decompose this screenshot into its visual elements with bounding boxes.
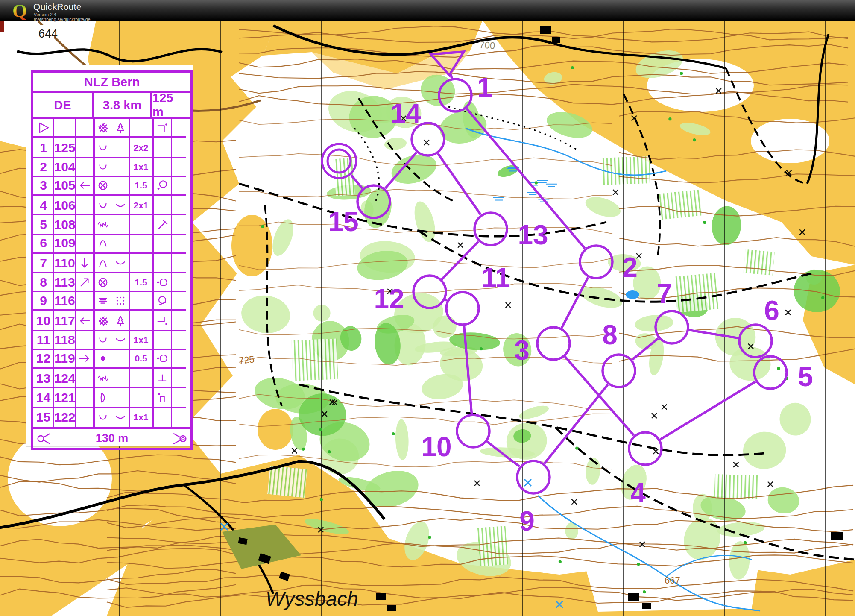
control-code: 108 — [54, 215, 76, 235]
dimensions-cell — [130, 292, 152, 311]
control-code: 110 — [54, 254, 76, 273]
control-label-9: 9 — [519, 506, 535, 537]
control-number: 13 — [33, 369, 54, 388]
depression-icon — [97, 334, 109, 346]
which-of-cell — [76, 369, 94, 388]
map-label-wyssbach: Wyssbach — [266, 587, 358, 610]
appearance-cell — [111, 292, 130, 311]
gully-icon — [97, 372, 109, 385]
finish-funnel-right-icon — [173, 431, 187, 446]
shallow-icon — [114, 257, 127, 270]
depression-icon — [97, 199, 109, 212]
control-number: 15 — [33, 408, 54, 427]
feature-cell — [93, 119, 112, 138]
which-of-cell — [76, 138, 94, 158]
arrow-right-icon — [78, 352, 91, 365]
appearance-cell — [111, 215, 130, 235]
conifer-tree-icon — [114, 314, 127, 327]
dimensions-cell: 1x1 — [130, 408, 152, 427]
start-triangle-icon — [37, 121, 50, 135]
appearance-cell — [111, 254, 130, 273]
control-code: 118 — [54, 331, 76, 350]
spur-icon — [97, 391, 109, 404]
control-row-10: 10117 — [33, 311, 190, 331]
control-code: 113 — [54, 273, 76, 292]
other-cell — [172, 196, 186, 215]
control-row-13: 13124 — [33, 369, 190, 388]
thicket-icon — [97, 314, 109, 327]
feature-cell — [93, 388, 112, 408]
control-code: 104 — [54, 158, 76, 177]
shallow-icon — [114, 199, 127, 212]
course-leg — [445, 300, 447, 301]
position-cell — [152, 158, 173, 177]
control-label-2: 2 — [622, 252, 638, 283]
appearance-cell — [111, 177, 130, 196]
course-leg — [442, 241, 479, 279]
circle-cross-icon — [97, 276, 109, 289]
appearance-cell — [111, 369, 130, 388]
course-title-row: NLZ Bern — [33, 73, 190, 93]
feature-cell — [93, 177, 112, 196]
circle-tick-icon — [156, 294, 169, 307]
control-code: 116 — [54, 292, 76, 311]
control-circle-8 — [603, 355, 635, 387]
finish-funnel-right-icon — [173, 431, 187, 446]
dimensions-cell: 2x1 — [130, 196, 152, 215]
gap-dot-icon — [156, 391, 169, 404]
other-cell — [172, 369, 186, 388]
which-of-cell — [76, 292, 94, 311]
course-leg — [562, 277, 588, 328]
control-circle-11 — [446, 292, 479, 325]
control-row-3: 31051.5 — [33, 177, 190, 196]
which-of-cell — [76, 158, 94, 177]
control-number: 7 — [33, 254, 54, 273]
course-class: DE — [33, 93, 94, 117]
control-circle-9 — [517, 461, 550, 493]
dimensions-cell — [130, 254, 152, 273]
finish-distance: 130 m — [96, 432, 129, 445]
map-label-725: 725 — [238, 354, 255, 366]
control-code: 125 — [54, 138, 76, 158]
control-label-13: 13 — [518, 220, 548, 250]
perpendicular-icon — [156, 372, 169, 385]
control-code: 124 — [54, 369, 76, 388]
map-label-644: 644 — [38, 27, 58, 40]
control-number: 4 — [33, 196, 54, 215]
position-cell — [152, 235, 173, 254]
gully-icon — [97, 218, 109, 231]
app-url-link[interactable]: matstroeng.se/quickroute/de — [34, 17, 91, 22]
course-leg — [660, 381, 755, 439]
arrow-ne-icon — [78, 276, 91, 289]
control-label-4: 4 — [630, 478, 646, 508]
control-label-10: 10 — [421, 431, 451, 462]
control-row-11: 111181x1 — [33, 331, 190, 350]
feature-cell — [93, 196, 112, 215]
depression-icon — [97, 161, 109, 173]
other-cell — [172, 388, 186, 408]
finish-row: 130 m — [33, 427, 190, 448]
course-title: NLZ Bern — [84, 75, 140, 89]
control-number: 11 — [33, 331, 54, 350]
shallow-icon — [114, 334, 127, 346]
course-header-row: DE 3.8 km 125 m — [33, 93, 190, 119]
other-cell — [172, 138, 186, 158]
arrow-left-icon — [78, 179, 91, 192]
corner-ne-dot-icon — [156, 121, 169, 134]
other-cell — [172, 119, 186, 138]
control-label-12: 12 — [374, 284, 404, 314]
control-circle-10 — [457, 415, 489, 447]
course-length: 3.8 km — [94, 93, 152, 117]
position-cell — [152, 177, 173, 196]
quickroute-logo-icon[interactable]: Q — [10, 1, 29, 21]
control-row-14: 14121 — [33, 388, 190, 408]
appearance-cell — [111, 273, 130, 292]
parallel-lines-icon — [97, 294, 109, 307]
appearance-cell — [111, 235, 130, 254]
which-of-cell — [76, 311, 94, 331]
which-of-cell — [76, 177, 94, 196]
feature-cell — [93, 369, 112, 388]
position-cell — [152, 331, 173, 350]
position-cell — [152, 369, 173, 388]
appearance-cell — [111, 350, 130, 369]
